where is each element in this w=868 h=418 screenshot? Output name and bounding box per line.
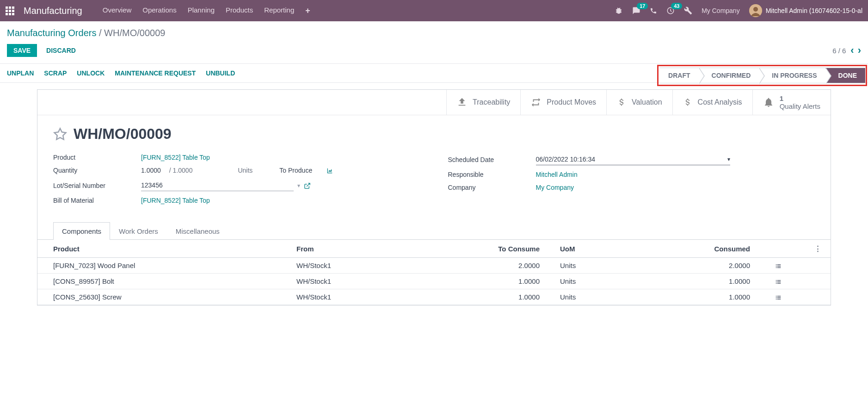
nav-products[interactable]: Products <box>226 6 253 16</box>
messaging-icon[interactable]: 17 <box>632 6 640 15</box>
detailed-list-icon[interactable] <box>775 293 782 301</box>
cell-consumed: 2.0000 <box>669 258 766 274</box>
stat-product-moves[interactable]: Product Moves <box>520 90 606 115</box>
responsible-value[interactable]: Mitchell Admin <box>536 171 578 178</box>
cell-consumed: 1.0000 <box>669 274 766 289</box>
svg-rect-12 <box>777 280 781 281</box>
pager-text: 6 / 6 <box>832 47 846 55</box>
nav-planning[interactable]: Planning <box>188 6 215 16</box>
user-name: Mitchell Admin (16074602-15-0-al <box>766 7 862 14</box>
th-to-consume: To Consume <box>458 240 555 258</box>
quantity-of: / 1.0000 <box>169 167 193 174</box>
detailed-list-icon[interactable] <box>775 262 782 269</box>
components-table: Product From To Consume UoM Consumed ⋮ [… <box>37 240 831 305</box>
product-value[interactable]: [FURN_8522] Table Top <box>141 154 210 161</box>
stat-traceability-label: Traceability <box>473 98 510 106</box>
save-button[interactable]: SAVE <box>7 44 37 57</box>
svg-rect-8 <box>777 266 781 267</box>
th-product: Product <box>37 240 296 258</box>
stat-cost-analysis[interactable]: Cost Analysis <box>672 90 752 115</box>
unlock-button[interactable]: UNLOCK <box>77 69 105 77</box>
activity-badge: 43 <box>671 3 682 9</box>
tools-icon[interactable] <box>684 6 692 15</box>
stat-traceability[interactable]: Traceability <box>446 90 520 115</box>
stat-cost-analysis-label: Cost Analysis <box>698 98 742 106</box>
cell-from: WH/Stock1 <box>296 274 458 289</box>
status-in-progress[interactable]: IN PROGRESS <box>759 68 825 83</box>
cell-uom: Units <box>555 258 669 274</box>
scheduled-value: 06/02/2022 10:16:34 <box>536 156 595 163</box>
pager-next-icon[interactable]: › <box>858 44 861 56</box>
cell-to-consume: 1.0000 <box>458 274 555 289</box>
scheduled-label: Scheduled Date <box>448 156 536 163</box>
status-draft[interactable]: DRAFT <box>660 68 698 83</box>
cell-from: WH/Stock1 <box>296 258 458 274</box>
lot-label: Lot/Serial Number <box>53 182 141 189</box>
svg-rect-10 <box>777 268 781 268</box>
maintenance-request-button[interactable]: MAINTENANCE REQUEST <box>115 69 196 77</box>
discard-button[interactable]: DISCARD <box>42 44 80 57</box>
svg-rect-17 <box>776 296 776 297</box>
dollar-icon <box>683 97 692 108</box>
plus-icon[interactable]: + <box>305 6 310 16</box>
transfer-icon <box>531 97 541 107</box>
svg-rect-15 <box>776 283 776 284</box>
star-icon[interactable] <box>53 127 67 141</box>
svg-rect-5 <box>776 264 776 265</box>
cell-to-consume: 1.0000 <box>458 289 555 305</box>
quantity-label: Quantity <box>53 167 141 174</box>
table-row[interactable]: [CONS_25630] ScrewWH/Stock11.0000Units1.… <box>37 289 831 305</box>
svg-rect-6 <box>777 264 781 265</box>
svg-rect-19 <box>776 298 776 299</box>
pager-prev-icon[interactable]: ‹ <box>850 44 854 56</box>
th-from: From <box>296 240 458 258</box>
bom-label: Bill of Material <box>53 197 141 204</box>
table-row[interactable]: [FURN_7023] Wood PanelWH/Stock12.0000Uni… <box>37 258 831 274</box>
svg-rect-21 <box>776 299 776 300</box>
bom-value[interactable]: [FURN_8522] Table Top <box>141 197 210 204</box>
phone-icon[interactable] <box>650 7 657 14</box>
activity-icon[interactable]: 43 <box>666 6 675 15</box>
kebab-icon[interactable]: ⋮ <box>814 244 821 252</box>
stat-quality-alerts[interactable]: 1 Quality Alerts <box>752 90 831 115</box>
detailed-list-icon[interactable] <box>775 277 782 285</box>
nav-operations[interactable]: Operations <box>142 6 176 16</box>
th-consumed: Consumed <box>669 240 766 258</box>
company-value[interactable]: My Company <box>536 184 574 191</box>
stat-valuation[interactable]: Valuation <box>606 90 672 115</box>
forecast-chart-icon[interactable] <box>326 167 333 174</box>
tab-miscellaneous[interactable]: Miscellaneous <box>167 222 228 240</box>
svg-line-4 <box>307 183 310 187</box>
app-title[interactable]: Manufacturing <box>24 6 82 16</box>
to-produce-label: To Produce <box>279 167 312 174</box>
caret-down-icon[interactable]: ▾ <box>297 182 300 189</box>
user-menu[interactable]: Mitchell Admin (16074602-15-0-al <box>749 4 862 17</box>
breadcrumb-parent[interactable]: Manufacturing Orders <box>7 28 96 38</box>
cell-to-consume: 2.0000 <box>458 258 555 274</box>
status-confirmed[interactable]: CONFIRMED <box>699 68 759 83</box>
company-name[interactable]: My Company <box>702 7 739 14</box>
th-uom: UoM <box>555 240 669 258</box>
svg-rect-22 <box>777 299 781 300</box>
external-link-icon[interactable] <box>304 181 311 189</box>
bug-icon[interactable] <box>615 6 623 15</box>
statusbar-highlight: DRAFT CONFIRMED IN PROGRESS DONE <box>657 65 867 86</box>
stat-quality-alerts-label: Quality Alerts <box>780 102 820 110</box>
tab-work-orders[interactable]: Work Orders <box>110 222 167 240</box>
scrap-button[interactable]: SCRAP <box>44 69 67 77</box>
bell-icon <box>763 97 774 108</box>
lot-input[interactable] <box>141 180 294 191</box>
nav-overview[interactable]: Overview <box>103 6 132 16</box>
table-row[interactable]: [CONS_89957] BoltWH/Stock11.0000Units1.0… <box>37 274 831 289</box>
company-label: Company <box>448 184 536 191</box>
unplan-button[interactable]: UNPLAN <box>7 69 34 77</box>
scheduled-date-field[interactable]: 06/02/2022 10:16:34 ▾ <box>536 154 730 165</box>
tab-components[interactable]: Components <box>53 222 110 240</box>
stat-valuation-label: Valuation <box>632 98 662 106</box>
cell-product: [FURN_7023] Wood Panel <box>37 258 296 274</box>
nav-reporting[interactable]: Reporting <box>264 6 294 16</box>
svg-rect-18 <box>777 296 781 297</box>
dollar-icon <box>617 97 626 108</box>
unbuild-button[interactable]: UNBUILD <box>206 69 235 77</box>
apps-icon[interactable] <box>6 6 14 15</box>
